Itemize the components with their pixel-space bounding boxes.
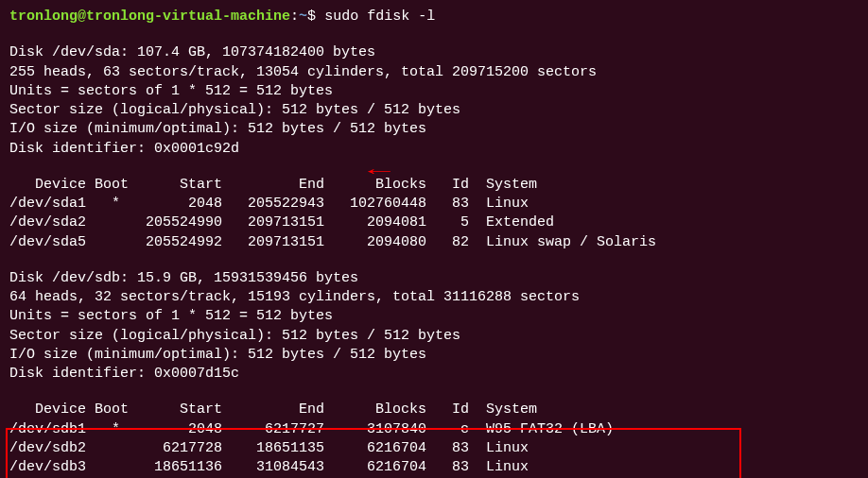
disk1-io: I/O size (minimum/optimal): 512 bytes / …: [9, 120, 859, 139]
disk2-sector: Sector size (logical/physical): 512 byte…: [9, 327, 859, 346]
disk2-id: Disk identifier: 0x0007d15c: [9, 365, 859, 384]
prompt-user: tronlong@tronlong-virtual-machine: [9, 9, 290, 25]
annotation-arrow-icon: ←: [368, 159, 391, 184]
terminal-output[interactable]: tronlong@tronlong-virtual-machine:~$ sud…: [9, 8, 859, 478]
disk2-row-0: /dev/sdb1 * 2048 6217727 3107840 c W95 F…: [9, 420, 859, 439]
disk2-units: Units = sectors of 1 * 512 = 512 bytes: [9, 307, 859, 326]
prompt-path: ~: [299, 9, 307, 25]
disk2-row-2: /dev/sdb3 18651136 31084543 6216704 83 L…: [9, 458, 859, 477]
disk1-row-1: /dev/sda2 205524990 209713151 2094081 5 …: [9, 213, 859, 232]
command: sudo fdisk -l: [324, 9, 435, 25]
disk1-units: Units = sectors of 1 * 512 = 512 bytes: [9, 82, 859, 101]
blank-line: [9, 159, 859, 176]
disk2-row-1: /dev/sdb2 6217728 18651135 6216704 83 Li…: [9, 439, 859, 458]
disk1-sector: Sector size (logical/physical): 512 byte…: [9, 101, 859, 120]
prompt-sep: :: [290, 9, 299, 25]
prompt-line: tronlong@tronlong-virtual-machine:~$ sud…: [9, 8, 859, 26]
disk1-row-0: /dev/sda1 * 2048 205522943 102760448 83 …: [9, 195, 859, 213]
disk1-header: Disk /dev/sda: 107.4 GB, 107374182400 by…: [9, 43, 859, 62]
disk1-geometry: 255 heads, 63 sectors/track, 13054 cylin…: [9, 63, 859, 82]
disk2-geometry: 64 heads, 32 sectors/track, 15193 cylind…: [9, 288, 859, 307]
blank-line: [9, 26, 859, 43]
disk1-table-header: Device Boot Start End Blocks Id System: [9, 176, 859, 195]
disk2-table-header: Device Boot Start End Blocks Id System: [9, 401, 859, 419]
blank-line: [9, 252, 859, 269]
disk2-io: I/O size (minimum/optimal): 512 bytes / …: [9, 346, 859, 365]
disk2-header: Disk /dev/sdb: 15.9 GB, 15931539456 byte…: [9, 269, 859, 288]
disk1-row-2: /dev/sda5 205524992 209713151 2094080 82…: [9, 233, 859, 252]
blank-line: [9, 384, 859, 401]
prompt-dollar: $: [307, 9, 316, 25]
disk1-id: Disk identifier: 0x0001c92d: [9, 140, 859, 159]
